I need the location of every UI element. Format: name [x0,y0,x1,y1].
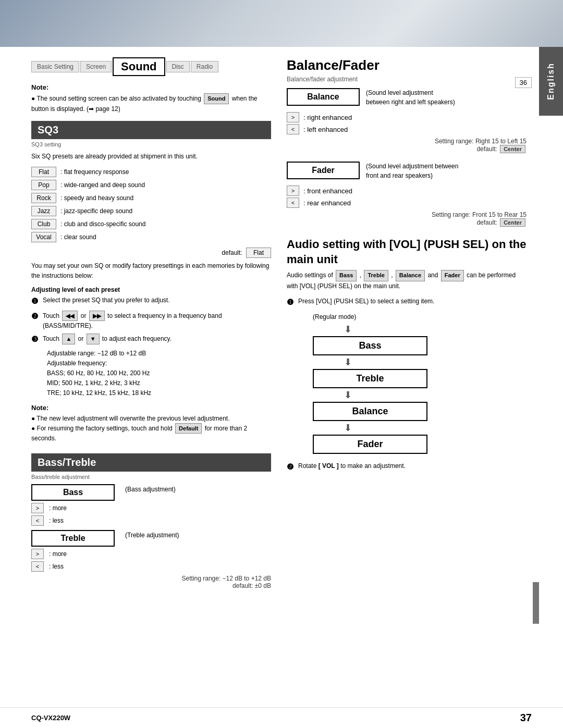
balance-arrows: > : right enhanced < : left enhanced [287,112,527,134]
note2-box: Note: ● The new level adjustment will ov… [31,404,271,443]
treble-less-arrow[interactable]: < [31,561,44,572]
tab-disc[interactable]: Disc [166,61,190,72]
sq3-body1: Six SQ presets are already provided at s… [31,152,271,162]
nav-tabs: Basic Setting Screen Sound Disc Radio [31,57,271,76]
balance-left-row: < : left enhanced [287,124,527,134]
english-label: English [546,63,556,100]
bass-more-row: > : more [31,503,271,513]
fader-desc: (Sound level adjustment between front an… [366,162,458,180]
preset-rock: Rock : speedy and heavy sound [31,193,271,203]
tab-radio[interactable]: Radio [191,61,218,72]
flow-arrow-1: ⬇ [344,324,352,335]
preset-rock-btn[interactable]: Rock [31,193,56,203]
fader-row: Fader (Sound level adjustment between fr… [287,162,527,180]
balance-row: Balance (Sound level adjustment between … [287,88,527,107]
main-content: Basic Setting Screen Sound Disc Radio No… [0,47,563,598]
preset-flat: Flat : flat frequency response [31,167,271,177]
fader-rear-label: : rear enhanced [303,199,351,207]
bass-less-row: < : less [31,515,271,526]
note2-text2: ● For resuming the factory settings, tou… [31,423,271,443]
preset-flat-btn[interactable]: Flat [31,167,56,177]
balance-button[interactable]: Balance [287,88,360,106]
fader-range: Setting range: Front 15 to Rear 15 defau… [287,211,527,227]
balance-left-label: : left enhanced [303,126,348,133]
flow-diagram: (Regular mode) ⬇ Bass ⬇ Treble ⬇ Balance… [313,313,527,454]
fader-rear-arrow[interactable]: < [287,198,299,208]
info5: TRE; 10 kHz, 12 kHz, 15 kHz, 18 kHz [47,388,271,398]
fader-rear-row: < : rear enhanced [287,198,527,208]
flow-balance-btn: Balance [313,402,427,421]
bass-less-arrow[interactable]: < [31,515,44,526]
tab-screen[interactable]: Screen [80,61,112,72]
step3-btn1: ▲ [62,334,75,344]
tab-basic-setting[interactable]: Basic Setting [31,61,79,72]
treble-more-label: : more [49,550,67,558]
adjusting-heading: Adjusting level of each preset [31,286,271,293]
audio-step1-num: ❶ [287,297,295,309]
bottom-bar: CQ-VX220W 37 [0,707,563,728]
info2: Adjustable frequency: [47,359,271,368]
fader-front-row: > : front enhanced [287,186,527,196]
audio-fader-btn: Fader [441,270,464,281]
treble-more-arrow[interactable]: > [31,549,44,559]
preset-vocal-desc: : clear sound [60,233,96,241]
balance-fader-title: Balance/Fader [287,57,527,73]
balance-right-arrow[interactable]: > [287,112,299,122]
treble-button[interactable]: Treble [31,530,115,547]
preset-rock-desc: : speedy and heavy sound [60,194,133,202]
balance-fader-subtext: Balance/fader adjustment [287,76,527,83]
preset-club-btn[interactable]: Club [31,219,56,229]
step-2-num: ❷ [31,311,40,331]
flow-bass-btn: Bass [313,336,427,355]
preset-vocal: Vocal : clear sound [31,232,271,242]
sq3-default-btn: Flat [246,248,271,258]
preset-jazz: Jazz : jazz-specific deep sound [31,206,271,216]
audio-treble-btn: Treble [364,270,388,281]
preset-vocal-btn[interactable]: Vocal [31,232,56,242]
flow-treble-btn: Treble [313,369,427,388]
audio-subtext: Audio settings of Bass , Treble , Balanc… [287,270,527,291]
fader-front-label: : front enhanced [303,187,352,195]
english-sidebar: English [539,47,563,116]
page-badge: 36 [515,77,532,88]
step-1: ❶ Select the preset SQ that you prefer t… [31,295,271,307]
sq3-subtext: SQ3 setting [31,141,271,147]
fader-front-arrow[interactable]: > [287,186,299,196]
preset-jazz-btn[interactable]: Jazz [31,206,56,216]
step2-btn2: ▶▶ [89,311,105,322]
tab-sound[interactable]: Sound [113,57,165,76]
info-block: Adjustable range: −12 dB to +12 dB Adjus… [47,349,271,399]
note2-title: Note: [31,404,271,412]
step-1-num: ❶ [31,295,40,307]
bass-treble-header: Bass/Treble [31,453,271,472]
preset-jazz-desc: : jazz-specific deep sound [60,207,132,215]
treble-less-label: : less [49,563,64,570]
info4: MID; 500 Hz, 1 kHz, 2 kHz, 3 kHz [47,378,271,388]
treble-less-row: < : less [31,561,271,572]
bass-less-label: : less [49,517,64,524]
preset-flat-desc: : flat frequency response [60,168,129,176]
bass-more-arrow[interactable]: > [31,503,44,513]
treble-desc: (Treble adjustment) [125,530,179,540]
bass-row: Bass (Bass adjustment) [31,484,271,501]
info1: Adjustable range: −12 dB to +12 dB [47,349,271,359]
bass-more-label: : more [49,504,67,512]
fader-button[interactable]: Fader [287,162,360,179]
balance-right-row: > : right enhanced [287,112,527,122]
flow-fader-btn: Fader [313,435,427,454]
audio-step2: ❷ Rotate [ VOL ] to make an adjustment. [287,461,527,473]
flow-arrow-4: ⬇ [344,422,352,434]
audio-bass-btn: Bass [336,270,357,281]
balance-default-btn: Center [500,145,525,153]
preset-pop-btn[interactable]: Pop [31,180,56,190]
bass-button[interactable]: Bass [31,484,115,501]
balance-left-arrow[interactable]: < [287,124,299,134]
step2-btn1: ◀◀ [62,311,78,322]
step-2: ❷ Touch ◀◀ or ▶▶ to select a frequency i… [31,311,271,331]
bass-treble-range: Setting range: −12 dB to +12 dB default:… [31,575,271,589]
audio-balance-btn: Balance [396,270,425,281]
preset-club-desc: : club and disco-specific sound [60,220,145,228]
step3-btn2: ▼ [87,334,100,344]
sq3-default-line: default: Flat [31,248,271,258]
bottom-model: CQ-VX220W [31,714,70,722]
